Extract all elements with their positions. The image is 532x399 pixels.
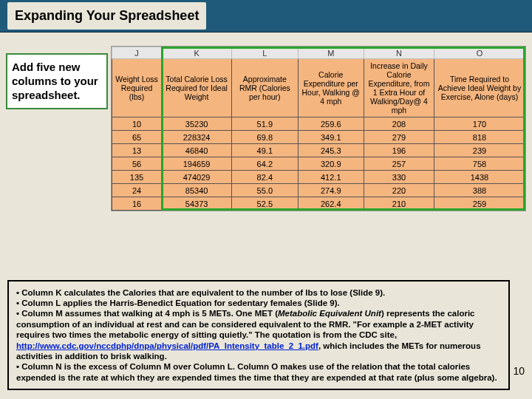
col-N: N: [364, 47, 434, 59]
page-title: Expanding Your Spreadsheet: [7, 2, 206, 30]
page-number: 10: [513, 365, 525, 377]
col-M: M: [298, 47, 364, 59]
field-header-row: Weight Loss Required (lbs) Total Calorie…: [112, 59, 525, 117]
table-row: 6522832469.8349.1279818: [112, 131, 525, 144]
note-line: • Column N is the excess of Column M ove…: [16, 361, 501, 383]
table-row: 248534055.0274.9220388: [112, 184, 525, 197]
cdc-link[interactable]: http://www.cdc.gov/nccdphp/dnpa/physical…: [16, 341, 318, 350]
table-row: 165437352.5262.4210259: [112, 197, 525, 211]
notes-box: • Column K calculates the Calories that …: [7, 280, 510, 390]
column-letter-row: J K L M N O: [112, 47, 525, 59]
content-row: Add five new columns to your spreadsheet…: [0, 46, 532, 211]
table-row: 13547402982.4412.13301438: [112, 171, 525, 184]
note-line: • Column L applies the Harris-Benedict E…: [16, 298, 501, 308]
hdr-M: Calorie Expenditure per Hour, Walking @ …: [298, 59, 364, 117]
title-bar: Expanding Your Spreadsheet: [0, 0, 532, 33]
note-line: • Column M assumes that walking at 4 mph…: [16, 308, 501, 361]
hdr-L: Approximate RMR (Calories per hour): [232, 59, 298, 117]
callout-box: Add five new columns to your spreadsheet…: [6, 53, 108, 109]
table-row: 5619465964.2320.9257758: [112, 157, 525, 171]
note-line: • Column K calculates the Calories that …: [16, 287, 501, 298]
spreadsheet: J K L M N O Weight Loss Required (lbs) T…: [111, 46, 526, 211]
col-J: J: [112, 47, 162, 59]
hdr-J: Weight Loss Required (lbs): [112, 59, 162, 117]
hdr-N: Increase in Daily Calorie Expenditure, f…: [364, 59, 434, 117]
hdr-K: Total Calorie Loss Required for Ideal We…: [162, 59, 232, 117]
table-row: 103523051.9259.6208170: [112, 117, 525, 131]
spreadsheet-table: J K L M N O Weight Loss Required (lbs) T…: [112, 47, 525, 211]
hdr-O: Time Required to Achieve Ideal Weight by…: [434, 59, 525, 117]
col-L: L: [232, 47, 298, 59]
col-K: K: [162, 47, 232, 59]
table-row: 134684049.1245.3196239: [112, 144, 525, 157]
col-O: O: [434, 47, 525, 59]
